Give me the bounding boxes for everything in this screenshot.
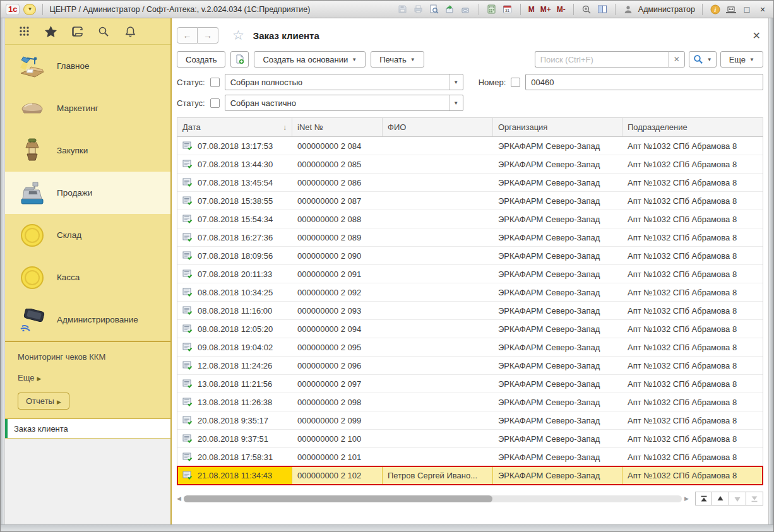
table-row[interactable]: 12.08.2018 11:24:26 000000000 2 096 ЭРКА… [177, 357, 763, 375]
table-row[interactable]: 20.08.2018 9:35:17 000000000 2 099 ЭРКАФ… [177, 411, 763, 430]
table-row[interactable]: 08.08.2018 12:05:20 000000000 2 094 ЭРКА… [177, 320, 763, 338]
column-header-date[interactable]: Дата↓ [177, 118, 292, 136]
sidebar-item-marketing[interactable]: Маркетинг [5, 87, 170, 129]
dropdown-caret-icon: ▼ [352, 57, 357, 62]
back-button[interactable]: ← [177, 27, 198, 44]
print-button[interactable]: Печать▼ [371, 51, 424, 68]
search-options-button[interactable]: ▼ [689, 51, 717, 68]
sidebar-item-prodazhi[interactable]: Продажи [5, 172, 170, 214]
table-row[interactable]: 07.08.2018 13:17:53 000000000 2 084 ЭРКА… [177, 137, 763, 155]
notifications-bell-icon[interactable] [124, 25, 136, 38]
posted-document-icon [182, 269, 193, 278]
search-input[interactable] [535, 51, 669, 68]
sidebar-item-kassa[interactable]: Касса [5, 256, 170, 299]
table-row[interactable]: 21.08.2018 11:34:43 000000000 2 102 Петр… [177, 466, 763, 485]
table-row[interactable]: 07.08.2018 18:09:56 000000000 2 090 ЭРКА… [177, 247, 763, 265]
calculator-icon[interactable] [486, 4, 497, 15]
go-to-last-button[interactable] [746, 492, 763, 505]
memory-m-button[interactable]: M [528, 5, 535, 14]
save-icon[interactable] [397, 4, 408, 15]
reports-button[interactable]: Отчеты▶ [18, 393, 69, 410]
sidebar-filler [5, 439, 170, 524]
table-row[interactable]: 08.08.2018 10:34:25 000000000 2 092 ЭРКА… [177, 283, 763, 302]
memory-m-plus-button[interactable]: M+ [540, 5, 552, 14]
forward-button[interactable]: → [198, 27, 218, 44]
clear-search-button[interactable]: ✕ [669, 51, 685, 68]
zoom-icon[interactable] [581, 4, 592, 15]
posted-document-icon [182, 343, 193, 352]
previous-page-button[interactable] [712, 492, 729, 505]
sidebar-item-glavnoe[interactable]: Главное [5, 45, 170, 87]
dock-window-icon[interactable] [725, 4, 737, 15]
sidebar-item-administrirovanie[interactable]: Администрирование [5, 299, 170, 341]
table-row[interactable]: 20.08.2018 9:37:51 000000000 2 100 ЭРКАФ… [177, 430, 763, 448]
table-row[interactable]: 13.08.2018 11:26:38 000000000 2 098 ЭРКА… [177, 393, 763, 411]
sidebar-more-link[interactable]: Еще▶ [18, 373, 170, 382]
copy-document-icon [235, 54, 244, 64]
status2-combobox[interactable]: Собран частично ▼ [225, 95, 463, 111]
scale-icon [18, 94, 47, 123]
table-row[interactable]: 07.08.2018 20:11:33 000000000 2 091 ЭРКА… [177, 265, 763, 283]
next-page-button[interactable] [729, 492, 746, 505]
combo-caret-icon[interactable]: ▼ [449, 74, 463, 90]
get-link-icon[interactable] [460, 4, 472, 15]
number-checkbox[interactable] [511, 78, 520, 87]
go-to-link-icon[interactable] [444, 4, 456, 15]
table-row[interactable]: 08.08.2018 11:16:00 000000000 2 093 ЭРКА… [177, 302, 763, 320]
go-to-first-button[interactable] [695, 492, 712, 505]
scroll-right-icon[interactable]: ▶ [684, 495, 689, 502]
table-row[interactable]: 07.08.2018 13:44:30 000000000 2 085 ЭРКА… [177, 155, 763, 174]
table-row[interactable]: 07.08.2018 15:54:34 000000000 2 088 ЭРКА… [177, 210, 763, 228]
monitoring-link[interactable]: Мониторинг чеков ККМ [18, 352, 170, 362]
table-row[interactable]: 07.08.2018 16:27:36 000000000 2 089 ЭРКА… [177, 228, 763, 247]
cell-date: 07.08.2018 16:27:36 [177, 228, 292, 246]
print-preview-icon[interactable] [429, 4, 440, 15]
copy-button[interactable] [230, 51, 249, 68]
open-window-tab[interactable]: Заказ клиента [5, 419, 170, 438]
history-scroll-icon[interactable] [71, 25, 83, 38]
number-input[interactable] [525, 74, 763, 90]
info-icon[interactable]: i [710, 4, 721, 15]
table-row[interactable]: 13.08.2018 11:21:56 000000000 2 097 ЭРКА… [177, 375, 763, 393]
column-header-inet[interactable]: iNet № [292, 118, 383, 136]
table-row[interactable]: 20.08.2018 17:58:31 000000000 2 101 ЭРКА… [177, 448, 763, 466]
favorites-star-icon[interactable] [44, 25, 57, 38]
memory-m-minus-button[interactable]: M- [556, 5, 566, 14]
posted-document-icon [182, 215, 193, 223]
sidebar-item-sklad[interactable]: Склад [5, 214, 170, 256]
table-row[interactable]: 07.08.2018 13:45:54 000000000 2 086 ЭРКА… [177, 174, 763, 192]
column-header-fio[interactable]: ФИО [383, 118, 493, 136]
search-icon[interactable] [97, 25, 110, 38]
calendar-icon[interactable]: 31 [502, 4, 513, 15]
table-row[interactable]: 07.08.2018 15:38:55 000000000 2 087 ЭРКА… [177, 192, 763, 210]
scrollbar-track[interactable] [184, 495, 682, 502]
print-icon[interactable] [413, 4, 424, 15]
scrollbar-thumb[interactable] [184, 495, 492, 502]
create-button[interactable]: Создать [177, 51, 225, 68]
create-based-button[interactable]: Создать на основании▼ [254, 51, 366, 68]
table-row[interactable]: 09.08.2018 19:04:02 000000000 2 095 ЭРКА… [177, 338, 763, 357]
apps-grid-icon[interactable] [18, 25, 30, 38]
column-header-dept[interactable]: Подразделение [622, 118, 763, 136]
status-filter-label: Статус: [177, 78, 205, 87]
sidebar-item-zakupki[interactable]: Закупки [5, 129, 170, 172]
column-header-org[interactable]: Организация [493, 118, 622, 136]
toolbar: Создать Создать на основании▼ Печать▼ ✕ … [177, 49, 763, 70]
status1-combobox[interactable]: Собран полностью ▼ [225, 74, 463, 90]
current-user-label[interactable]: Администратор [638, 5, 695, 14]
scroll-left-icon[interactable]: ◀ [177, 495, 181, 502]
cell-inet: 000000000 2 094 [292, 320, 383, 338]
status2-checkbox[interactable] [210, 98, 220, 108]
horizontal-scrollbar: ◀ ▶ [177, 495, 689, 502]
combo-caret-icon[interactable]: ▼ [449, 95, 463, 110]
status1-checkbox[interactable] [210, 78, 220, 87]
favorite-star-icon[interactable]: ☆ [232, 28, 244, 43]
main-menu-button[interactable]: ▼ [23, 4, 36, 15]
close-panel-button[interactable]: ✕ [753, 30, 763, 42]
maximize-button[interactable]: □ [741, 4, 753, 15]
more-button[interactable]: Еще▼ [720, 51, 763, 68]
cell-fio [383, 228, 493, 246]
cell-inet: 000000000 2 089 [292, 228, 383, 246]
split-panel-icon[interactable] [597, 4, 608, 15]
close-window-button[interactable]: × [757, 4, 768, 15]
